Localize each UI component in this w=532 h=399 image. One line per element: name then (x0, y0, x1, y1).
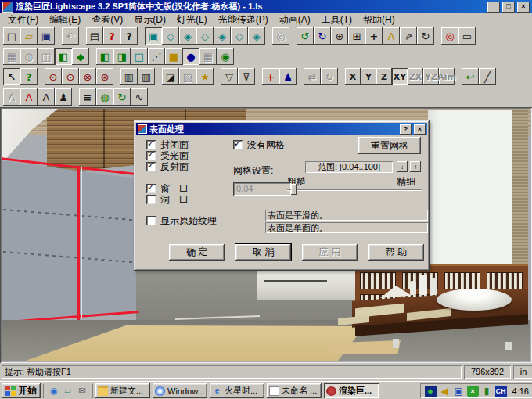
menu-help[interactable]: 帮助(H) (358, 13, 401, 27)
camera-window-button[interactable]: ▭ (458, 27, 476, 45)
menu-animation[interactable]: 动画(A) (274, 13, 316, 27)
checkbox-lit-surface[interactable]: 受光面 (146, 151, 189, 160)
dialog-help-icon[interactable]: ? (400, 124, 412, 135)
task-notepad-untitled[interactable]: 未命名 ... (267, 383, 322, 398)
checkbox-box[interactable] (146, 184, 156, 193)
show-textures-button[interactable]: ▦ (200, 48, 217, 65)
hidden-line-button[interactable]: ◫ (38, 48, 55, 65)
checkbox-box[interactable] (146, 216, 156, 225)
tray-ime-icon[interactable]: CH (495, 386, 507, 397)
layers-button[interactable]: ≡ (79, 88, 96, 106)
spin-up-button[interactable]: ↑ (410, 161, 421, 172)
solid-mode-button[interactable]: ◧ (55, 48, 72, 65)
show-desktop-icon[interactable]: ▱ (62, 385, 74, 397)
refresh-button[interactable]: ↻ (113, 88, 131, 106)
walk-mode-button[interactable]: Λ (38, 88, 55, 106)
deselect-button[interactable]: ⊗ (79, 68, 96, 85)
select-occupant-button[interactable]: ♟ (279, 68, 297, 85)
tray-network-icon[interactable]: ▣ (453, 386, 465, 397)
view-right-button[interactable]: ◇ (196, 27, 214, 45)
select-button[interactable]: ↖ (3, 68, 20, 85)
cancel-button[interactable]: 取 消 (235, 244, 291, 261)
maximize-button[interactable]: □ (502, 2, 515, 13)
task-windows-media[interactable]: Window... (153, 383, 207, 398)
zoom-button[interactable]: ⊕ (331, 27, 348, 45)
menu-lighting[interactable]: 灯光(L) (171, 13, 213, 27)
paste-view-button[interactable]: ▥ (138, 68, 155, 85)
checkbox-box[interactable] (146, 140, 156, 149)
walk-view-button[interactable]: Λ (383, 27, 400, 45)
query-button[interactable]: ? (20, 68, 38, 85)
checkbox-box[interactable] (146, 162, 156, 171)
pan-button[interactable]: + (365, 27, 383, 45)
show-sky-button[interactable]: ● (182, 48, 200, 65)
grab-button[interactable]: ∿ (131, 88, 148, 106)
tilt-view-button[interactable]: ⇗ (400, 27, 417, 45)
checkbox-show-original-texture[interactable]: 显示原始纹理 (146, 216, 217, 225)
slider-thumb[interactable] (291, 184, 297, 195)
show-background-button[interactable]: ◉ (217, 48, 234, 65)
reset-mesh-button[interactable]: 重置网格 (358, 137, 421, 154)
query-surface-button[interactable]: ⊙ (45, 68, 62, 85)
dialog-close-icon[interactable]: × (414, 124, 426, 135)
shaded-wireframe-button[interactable]: ◍ (20, 48, 38, 65)
stand-mode-button[interactable]: ♟ (55, 88, 72, 106)
task-new-folder[interactable]: 新建文... (95, 383, 150, 398)
axis-aim-button[interactable]: Aim (439, 68, 455, 85)
axis-yz-button[interactable]: YZ (423, 68, 439, 85)
apply-button[interactable]: 应 用 (302, 244, 358, 261)
checkbox-no-mesh[interactable]: 没有网格 (233, 140, 285, 149)
axis-zx-button[interactable]: ZX (408, 68, 423, 85)
menu-view[interactable]: 查看(V) (86, 13, 128, 27)
select-block-button[interactable]: ▨ (179, 68, 196, 85)
show-openings-button[interactable]: ◨ (113, 48, 131, 65)
view-bottom-button[interactable]: ◈ (248, 27, 265, 45)
wireframe-mode-button[interactable]: ▦ (3, 48, 20, 65)
close-button[interactable]: × (517, 2, 530, 13)
zoom-window-button[interactable]: ⊞ (348, 27, 365, 45)
save-button[interactable]: ▣ (38, 27, 55, 45)
ok-button[interactable]: 确 定 (169, 244, 225, 261)
spin-view-button[interactable]: ↻ (417, 27, 434, 45)
edit-path-button[interactable]: ╱ (479, 68, 496, 85)
view-left-button[interactable]: ◇ (231, 27, 248, 45)
axis-z-button[interactable]: Z (376, 68, 392, 85)
tray-volume-icon[interactable]: ◀ (439, 386, 451, 397)
view-back-button[interactable]: ◈ (214, 27, 231, 45)
checkbox-hole-opening[interactable]: 洞 口 (146, 195, 189, 204)
task-lightscape[interactable]: 渲染巨... (324, 383, 379, 398)
print-button[interactable]: ▤ (86, 27, 103, 45)
checkbox-box[interactable] (233, 140, 243, 149)
query-zoom-button[interactable]: ⊙ (62, 68, 79, 85)
checkbox-window-opening[interactable]: 窗 口 (146, 184, 189, 193)
select-luminaire-button[interactable]: ★ (196, 68, 214, 85)
tray-scheduler-icon[interactable]: × (467, 386, 479, 397)
show-outlines-button[interactable]: □ (131, 48, 148, 65)
checkbox-closed-surface[interactable]: 封闭面 (146, 140, 189, 149)
dialog-title-bar[interactable]: 表面处理 ? × (136, 123, 427, 135)
menu-tools[interactable]: 工具(T) (316, 13, 358, 27)
clear-filter-button[interactable]: ⊽ (238, 68, 255, 85)
rotate-button[interactable]: ↻ (321, 68, 338, 85)
undo-selection-button[interactable]: ↩ (462, 68, 479, 85)
axis-x-button[interactable]: X (345, 68, 361, 85)
open-file-button[interactable]: ▱ (20, 27, 38, 45)
show-lights-button[interactable]: ■ (165, 48, 182, 65)
axis-xy-button[interactable]: XY (392, 68, 408, 85)
show-grid-lines-button[interactable]: ⋰ (148, 48, 165, 65)
undo-button[interactable]: ↶ (62, 27, 79, 45)
context-help-button[interactable]: ? (120, 27, 138, 45)
menu-display[interactable]: 显示(D) (128, 13, 171, 27)
show-surfaces-button[interactable]: ◧ (96, 48, 113, 65)
smooth-mode-button[interactable]: ◆ (72, 48, 89, 65)
selection-filter-button[interactable]: ▽ (221, 68, 238, 85)
tray-display-icon[interactable]: ▮ (481, 386, 493, 397)
select-surface-button[interactable]: ◪ (162, 68, 179, 85)
axis-y-button[interactable]: Y (361, 68, 376, 85)
checkbox-box[interactable] (146, 195, 156, 204)
aim-camera-button[interactable]: ◎ (441, 27, 458, 45)
view-top-button[interactable]: ◇ (162, 27, 179, 45)
spin-down-button[interactable]: ↓ (397, 161, 408, 172)
menu-edit[interactable]: 编辑(E) (44, 13, 86, 27)
view-front-button[interactable]: ◈ (179, 27, 196, 45)
